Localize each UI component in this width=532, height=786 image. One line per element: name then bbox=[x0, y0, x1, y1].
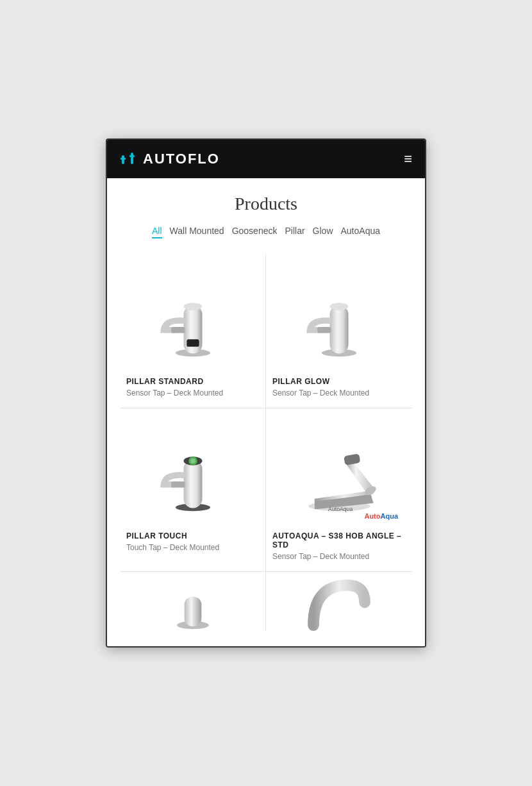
product-desc: Sensor Tap – Deck Mounted bbox=[272, 552, 406, 561]
product-card-pillar-touch[interactable]: PILLAR TOUCH Touch Tap – Deck Mounted bbox=[120, 408, 266, 572]
svg-rect-21 bbox=[344, 453, 360, 465]
svg-point-18 bbox=[190, 458, 195, 464]
svg-rect-15 bbox=[171, 481, 185, 488]
svg-point-8 bbox=[183, 303, 202, 310]
product-name: PILLAR TOUCH bbox=[126, 531, 259, 540]
product-card-pillar-standard[interactable]: PILLAR STANDARD Sensor Tap – Deck Mounte… bbox=[120, 254, 266, 408]
filter-tabs: All Wall Mounted Gooseneck Pillar Glow A… bbox=[120, 224, 412, 238]
autoaqua-badge: AutoAqua bbox=[360, 511, 402, 521]
product-name: AUTOAQUA – S38 HOB ANGLE – STD bbox=[272, 531, 406, 549]
filter-glow[interactable]: Glow bbox=[313, 224, 333, 238]
svg-rect-10 bbox=[330, 305, 349, 353]
product-desc: Sensor Tap – Deck Mounted bbox=[126, 389, 259, 397]
svg-text:AutoAqua: AutoAqua bbox=[328, 506, 353, 512]
phone-frame: AUTOFLO ≡ Products All Wall Mounted Goos… bbox=[106, 138, 426, 648]
filter-wall-mounted[interactable]: Wall Mounted bbox=[170, 224, 224, 238]
filter-gooseneck[interactable]: Gooseneck bbox=[232, 224, 278, 238]
svg-rect-3 bbox=[129, 155, 135, 157]
hamburger-menu[interactable]: ≡ bbox=[404, 151, 412, 167]
logo-text: AUTOFLO bbox=[143, 151, 220, 167]
svg-rect-6 bbox=[171, 327, 185, 333]
svg-rect-2 bbox=[131, 153, 133, 164]
product-card-partial-left[interactable] bbox=[120, 572, 266, 631]
product-card-pillar-glow[interactable]: PILLAR GLOW Sensor Tap – Deck Mounted bbox=[266, 254, 412, 408]
product-image-partial-right bbox=[272, 580, 406, 631]
tap-image-touch bbox=[151, 426, 235, 515]
filter-pillar[interactable]: Pillar bbox=[285, 224, 304, 238]
product-card-partial-right[interactable] bbox=[266, 572, 412, 631]
logo-area: AUTOFLO bbox=[120, 150, 220, 168]
product-name: PILLAR STANDARD bbox=[126, 377, 259, 386]
product-image-autoaqua: AutoAqua bbox=[272, 416, 406, 525]
product-name: PILLAR GLOW bbox=[272, 377, 406, 386]
header: AUTOFLO ≡ bbox=[107, 140, 425, 178]
product-image-pillar-glow bbox=[272, 262, 406, 371]
tap-image-autoaqua: AutoAqua bbox=[290, 426, 389, 515]
svg-point-12 bbox=[330, 303, 349, 310]
page-title: Products bbox=[120, 194, 412, 214]
svg-rect-7 bbox=[187, 339, 199, 347]
svg-rect-11 bbox=[317, 327, 331, 333]
svg-rect-14 bbox=[183, 460, 202, 508]
product-image-pillar-touch bbox=[126, 416, 259, 525]
product-image-pillar-standard bbox=[126, 262, 259, 371]
main-content: Products All Wall Mounted Gooseneck Pill… bbox=[107, 178, 425, 646]
tap-image-glow bbox=[297, 271, 381, 361]
product-image-partial-left bbox=[126, 580, 259, 631]
tap-image-standard bbox=[151, 271, 235, 361]
svg-rect-1 bbox=[121, 158, 126, 160]
svg-rect-24 bbox=[184, 597, 201, 626]
tap-image-partial-right bbox=[297, 580, 381, 631]
filter-all[interactable]: All bbox=[152, 224, 162, 238]
product-desc: Touch Tap – Deck Mounted bbox=[126, 543, 259, 552]
product-desc: Sensor Tap – Deck Mounted bbox=[272, 389, 406, 397]
filter-autoaqua[interactable]: AutoAqua bbox=[341, 224, 381, 238]
product-card-autoaqua[interactable]: AutoAqua bbox=[266, 408, 412, 572]
logo-icon bbox=[120, 150, 138, 168]
tap-image-partial-left bbox=[151, 580, 235, 631]
product-grid: PILLAR STANDARD Sensor Tap – Deck Mounte… bbox=[120, 254, 412, 631]
